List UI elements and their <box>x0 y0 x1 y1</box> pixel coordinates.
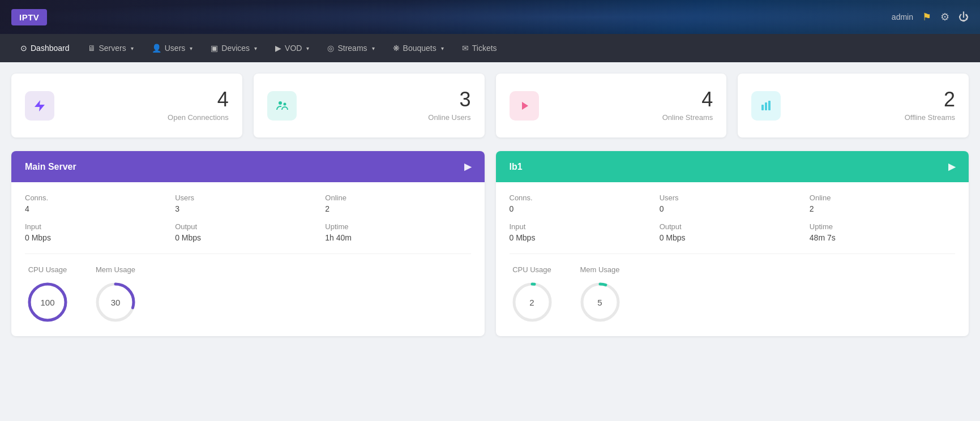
chevron-down-icon: ▾ <box>190 45 192 51</box>
users-icon: 👤 <box>152 44 161 53</box>
nav-menu: ⊙ Dashboard 🖥 Servers ▾ 👤 Users ▾ ▣ Devi… <box>0 34 980 62</box>
server-name-main: Main Server <box>25 162 76 172</box>
mem-usage-main: Mem Usage 30 <box>93 265 138 325</box>
server-stat-users-lb1: Users 0 <box>660 194 805 213</box>
chevron-down-icon: ▾ <box>254 45 257 51</box>
devices-icon: ▣ <box>211 44 218 53</box>
svg-rect-3 <box>761 105 764 110</box>
chevron-down-icon: ▾ <box>131 45 134 51</box>
nav-item-vod[interactable]: ▶ VOD ▾ <box>266 34 318 62</box>
dashboard-icon: ⊙ <box>20 44 27 53</box>
server-stat-output-lb1: Output 0 Mbps <box>660 222 805 242</box>
offline-streams-count: 2 <box>792 89 955 110</box>
chevron-down-icon: ▾ <box>306 45 309 51</box>
mem-usage-lb1: Mem Usage 5 <box>577 265 623 325</box>
server-card-main: Main Server ▶ Conns. 4 Users 3 Online 2 <box>11 151 485 336</box>
server-body-main: Conns. 4 Users 3 Online 2 Input 0 Mbps <box>11 182 485 336</box>
chevron-down-icon: ▾ <box>441 45 444 51</box>
brand-logo[interactable]: IPTV <box>11 9 47 25</box>
connections-icon <box>25 91 54 121</box>
tickets-icon: ✉ <box>462 44 469 53</box>
usage-row-main: CPU Usage 100 Mem Usage <box>25 265 471 325</box>
server-stats-grid-lb1: Conns. 0 Users 0 Online 2 Input 0 Mbps <box>510 194 956 242</box>
stat-info-connections: 4 Open Connections <box>66 89 229 122</box>
server-stat-conns-lb1: Conns. 0 <box>510 194 655 213</box>
svg-marker-2 <box>522 102 528 110</box>
nav-item-devices[interactable]: ▣ Devices ▾ <box>202 34 266 62</box>
server-stat-output-main: Output 0 Mbps <box>175 222 320 242</box>
svg-point-0 <box>279 101 282 105</box>
stat-card-online-users: 3 Online Users <box>254 74 485 138</box>
servers-row: Main Server ▶ Conns. 4 Users 3 Online 2 <box>11 151 969 336</box>
power-icon[interactable]: ⏻ <box>958 11 969 23</box>
navbar-right: admin ⚑ ⚙ ⏻ <box>892 11 969 23</box>
bouquets-icon: ❋ <box>393 44 400 53</box>
cpu-circle-main: 100 <box>25 280 70 325</box>
cpu-usage-main: CPU Usage 100 <box>25 265 70 325</box>
server-stat-input-main: Input 0 Mbps <box>25 222 170 242</box>
server-play-icon-main[interactable]: ▶ <box>464 161 471 172</box>
streams-icon: ◎ <box>327 44 334 53</box>
stat-card-connections: 4 Open Connections <box>11 74 242 138</box>
stat-info-online-streams: 4 Online Streams <box>550 89 713 122</box>
users-label: Online Users <box>308 113 471 122</box>
svg-rect-4 <box>765 102 767 110</box>
mem-circle-main: 30 <box>93 280 138 325</box>
bars-icon <box>751 91 781 121</box>
nav-item-tickets[interactable]: ✉ Tickets <box>453 34 506 62</box>
stat-info-users: 3 Online Users <box>308 89 471 122</box>
settings-icon[interactable]: ⚙ <box>940 11 949 23</box>
server-stat-online-main: Online 2 <box>325 194 470 213</box>
server-stats-grid-main: Conns. 4 Users 3 Online 2 Input 0 Mbps <box>25 194 471 242</box>
mem-circle-lb1: 5 <box>577 280 623 325</box>
usage-row-lb1: CPU Usage 2 Mem Usage <box>510 265 956 325</box>
svg-rect-5 <box>768 101 771 110</box>
wifi-off-icon[interactable]: ⚑ <box>922 11 931 23</box>
cpu-circle-lb1: 2 <box>510 280 555 325</box>
server-stat-uptime-lb1: Uptime 48m 7s <box>810 222 955 242</box>
stat-divider-lb1 <box>510 254 956 254</box>
cpu-usage-lb1: CPU Usage 2 <box>510 265 555 325</box>
users-icon <box>267 91 297 121</box>
connections-label: Open Connections <box>66 113 229 122</box>
stat-divider-main <box>25 254 471 254</box>
servers-icon: 🖥 <box>88 44 96 53</box>
server-stat-input-lb1: Input 0 Mbps <box>510 222 655 242</box>
server-body-lb1: Conns. 0 Users 0 Online 2 Input 0 Mbps <box>496 182 969 336</box>
nav-item-servers[interactable]: 🖥 Servers ▾ <box>79 34 143 62</box>
server-play-icon-lb1[interactable]: ▶ <box>948 161 955 172</box>
offline-streams-label: Offline Streams <box>792 113 955 122</box>
server-header-main[interactable]: Main Server ▶ <box>11 151 485 182</box>
server-card-lb1: lb1 ▶ Conns. 0 Users 0 Online 2 <box>496 151 969 336</box>
stat-info-offline-streams: 2 Offline Streams <box>792 89 955 122</box>
connections-count: 4 <box>66 89 229 110</box>
stats-row: 4 Open Connections 3 Online Users <box>11 74 969 138</box>
nav-item-dashboard[interactable]: ⊙ Dashboard <box>11 34 79 62</box>
vod-icon: ▶ <box>275 44 281 53</box>
server-stat-uptime-main: Uptime 1h 40m <box>325 222 470 242</box>
admin-username: admin <box>892 12 913 22</box>
server-stat-conns-main: Conns. 4 <box>25 194 170 213</box>
chevron-down-icon: ▾ <box>372 45 375 51</box>
nav-item-streams[interactable]: ◎ Streams ▾ <box>318 34 383 62</box>
server-stat-users-main: Users 3 <box>175 194 320 213</box>
nav-item-bouquets[interactable]: ❋ Bouquets ▾ <box>384 34 453 62</box>
server-stat-online-lb1: Online 2 <box>810 194 955 213</box>
online-streams-count: 4 <box>550 89 713 110</box>
stat-card-online-streams: 4 Online Streams <box>496 74 727 138</box>
stat-card-offline-streams: 2 Offline Streams <box>738 74 969 138</box>
play-icon <box>510 91 539 121</box>
main-content: 4 Open Connections 3 Online Users <box>0 62 980 347</box>
nav-item-users[interactable]: 👤 Users ▾ <box>143 34 202 62</box>
online-streams-label: Online Streams <box>550 113 713 122</box>
svg-point-1 <box>283 102 286 105</box>
server-name-lb1: lb1 <box>510 162 523 172</box>
top-navbar: IPTV admin ⚑ ⚙ ⏻ <box>0 0 980 34</box>
users-count: 3 <box>308 89 471 110</box>
server-header-lb1[interactable]: lb1 ▶ <box>496 151 969 182</box>
